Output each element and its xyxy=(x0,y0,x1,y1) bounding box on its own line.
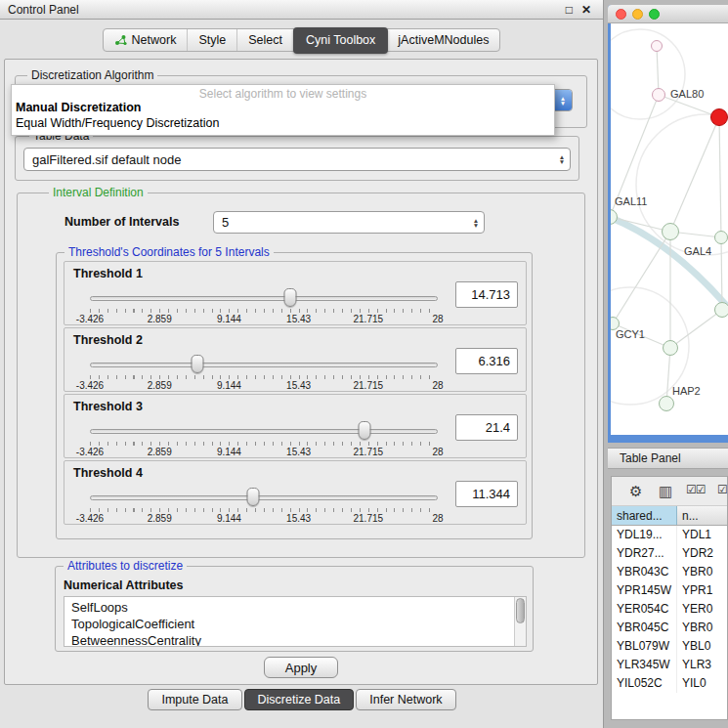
network-canvas[interactable]: GAL80GAL11GAL4GCY1HAP2 xyxy=(611,23,728,435)
slider-thumb[interactable] xyxy=(284,288,297,307)
tab-style[interactable]: Style xyxy=(188,29,237,51)
tick-label: 9.144 xyxy=(217,447,241,457)
table-cell[interactable]: YBR0 xyxy=(677,563,727,581)
tab-jactivemnodules[interactable]: jActiveMNodules xyxy=(387,29,499,51)
gear-icon[interactable]: ⚙ xyxy=(629,483,642,500)
table-panel-header[interactable]: Table Panel xyxy=(608,448,728,469)
table-cell[interactable]: YBL0 xyxy=(677,637,727,656)
threshold-1-value-field[interactable] xyxy=(455,281,518,308)
list-item[interactable]: SelfLoops xyxy=(71,599,512,616)
popup-option-equal-width-frequency[interactable]: Equal Width/Frequency Discretization xyxy=(12,115,554,131)
tick-label: 15.43 xyxy=(286,380,311,391)
network-node[interactable] xyxy=(662,223,679,240)
restore-icon[interactable]: □ xyxy=(566,3,573,17)
table-row[interactable]: YBR045CYBR0 xyxy=(612,619,727,637)
list-item[interactable]: TopologicalCoefficient xyxy=(71,616,512,632)
threshold-3-slider[interactable]: -3.4262.8599.14415.4321.71528 xyxy=(90,420,438,457)
select-columns-icon[interactable]: ☑☑ xyxy=(686,483,706,496)
slider-thumb[interactable] xyxy=(192,355,204,373)
table-cell[interactable]: YLR345W xyxy=(612,656,677,674)
table-cell[interactable]: YPR1 xyxy=(677,581,727,600)
table-row[interactable]: YBR043CYBR0 xyxy=(612,563,727,581)
column-header-name[interactable]: n... xyxy=(677,506,727,525)
table-row[interactable]: YBL079WYBL0 xyxy=(612,637,727,656)
popup-option-manual-discretization[interactable]: Manual Discretization xyxy=(12,100,554,115)
apply-button[interactable]: Apply xyxy=(264,657,338,678)
close-icon[interactable]: ✕ xyxy=(581,3,591,17)
tab-cyni-toolbox[interactable]: Cyni Toolbox xyxy=(293,27,388,54)
scrollbar-thumb[interactable] xyxy=(516,598,525,623)
table-row[interactable]: YLR345WYLR3 xyxy=(612,656,727,674)
network-node[interactable] xyxy=(710,108,728,126)
threshold-2-slider[interactable]: -3.4262.8599.14415.4321.71528 xyxy=(90,354,438,391)
network-node[interactable] xyxy=(714,231,728,244)
table-row[interactable]: YDL19...YDL1 xyxy=(612,526,727,544)
network-node[interactable] xyxy=(652,88,665,102)
table-row[interactable]: YIL052CYIL0 xyxy=(612,674,727,693)
slider-track[interactable] xyxy=(90,429,438,434)
slider-track[interactable] xyxy=(90,296,438,301)
table-data-group: Table Data galFiltered.sif default node … xyxy=(15,136,579,181)
table-cell[interactable]: YIL052C xyxy=(612,674,677,693)
network-node[interactable] xyxy=(663,340,678,356)
control-panel-titlebar[interactable]: Control Panel □ ✕ xyxy=(0,0,603,20)
combo-spinner-icon[interactable]: ▲▼ xyxy=(554,154,570,164)
slider-thumb[interactable] xyxy=(247,488,260,506)
table-cell[interactable]: YDR2 xyxy=(677,544,727,563)
tab-discretize-data[interactable]: Discretize Data xyxy=(244,689,355,710)
combo-spinner-icon[interactable]: ▲▼ xyxy=(468,218,484,228)
threshold-2-value-field[interactable] xyxy=(455,348,518,374)
network-node[interactable] xyxy=(714,302,728,318)
table-row[interactable]: YER054CYER0 xyxy=(612,600,727,619)
column-header-shared-name[interactable]: shared... xyxy=(612,506,677,525)
tick-label: 15.43 xyxy=(286,314,311,324)
minimize-traffic-light-icon[interactable] xyxy=(632,9,643,20)
tab-label: Style xyxy=(198,33,226,47)
threshold-1-slider[interactable]: -3.4262.8599.14415.4321.71528 xyxy=(90,287,438,324)
tab-impute-data[interactable]: Impute Data xyxy=(148,689,241,710)
table-cell[interactable]: YPR145W xyxy=(612,581,677,600)
table-cell[interactable]: YBL079W xyxy=(612,637,677,656)
threshold-label: Threshold 4 xyxy=(73,466,143,480)
combo-spinner-icon[interactable]: ▲▼ xyxy=(553,90,572,110)
slider-thumb[interactable] xyxy=(359,421,371,440)
table-cell[interactable]: YDL1 xyxy=(677,526,727,544)
threshold-4-value-field[interactable] xyxy=(455,481,518,507)
number-of-intervals-combo[interactable]: 5 ▲▼ xyxy=(213,211,485,234)
tab-select[interactable]: Select xyxy=(237,29,294,51)
numerical-attributes-list[interactable]: SelfLoops TopologicalCoefficient Between… xyxy=(64,596,527,647)
select-rows-icon[interactable]: ☑ xyxy=(717,483,728,496)
network-view-window[interactable]: GAL80GAL11GAL4GCY1HAP2 xyxy=(608,5,728,443)
threshold-4-slider[interactable]: -3.4262.8599.14415.4321.71528 xyxy=(90,487,438,524)
table-row[interactable]: YPR145WYPR1 xyxy=(612,581,727,600)
network-node[interactable] xyxy=(651,40,663,52)
table-cell[interactable]: YDR27... xyxy=(612,544,677,563)
zoom-traffic-light-icon[interactable] xyxy=(649,9,660,20)
table-cell[interactable]: YIL0 xyxy=(677,674,727,693)
close-traffic-light-icon[interactable] xyxy=(616,9,626,20)
table-cell[interactable]: YLR3 xyxy=(677,656,727,674)
table-cell[interactable]: YDL19... xyxy=(612,526,677,544)
tab-infer-network[interactable]: Infer Network xyxy=(356,689,455,710)
columns-icon[interactable]: ▥ xyxy=(659,483,672,500)
table-cell[interactable]: YBR043C xyxy=(612,563,677,581)
tab-network[interactable]: Network xyxy=(104,29,189,51)
table-cell[interactable]: YER0 xyxy=(677,600,727,619)
table-data-combo[interactable]: galFiltered.sif default node ▲▼ xyxy=(23,148,571,171)
table-header-row: shared... n... xyxy=(612,506,727,526)
tab-label: Cyni Toolbox xyxy=(306,33,375,47)
list-scrollbar[interactable] xyxy=(514,597,526,646)
slider-track[interactable] xyxy=(90,363,438,367)
network-node[interactable] xyxy=(659,396,674,411)
desktop: Control Panel □ ✕ Network Style Se xyxy=(0,0,728,728)
table-cell[interactable]: YBR0 xyxy=(677,619,727,637)
table-cell[interactable]: YBR045C xyxy=(612,619,677,637)
threshold-3-value-field[interactable] xyxy=(455,414,518,441)
slider-ticks xyxy=(90,375,438,379)
list-item[interactable]: BetweennessCentrality xyxy=(71,632,512,647)
tick-label: -3.426 xyxy=(76,513,104,524)
slider-track[interactable] xyxy=(90,495,438,500)
network-window-titlebar[interactable] xyxy=(608,5,728,23)
table-cell[interactable]: YER054C xyxy=(612,600,677,619)
table-row[interactable]: YDR27...YDR2 xyxy=(612,544,727,563)
